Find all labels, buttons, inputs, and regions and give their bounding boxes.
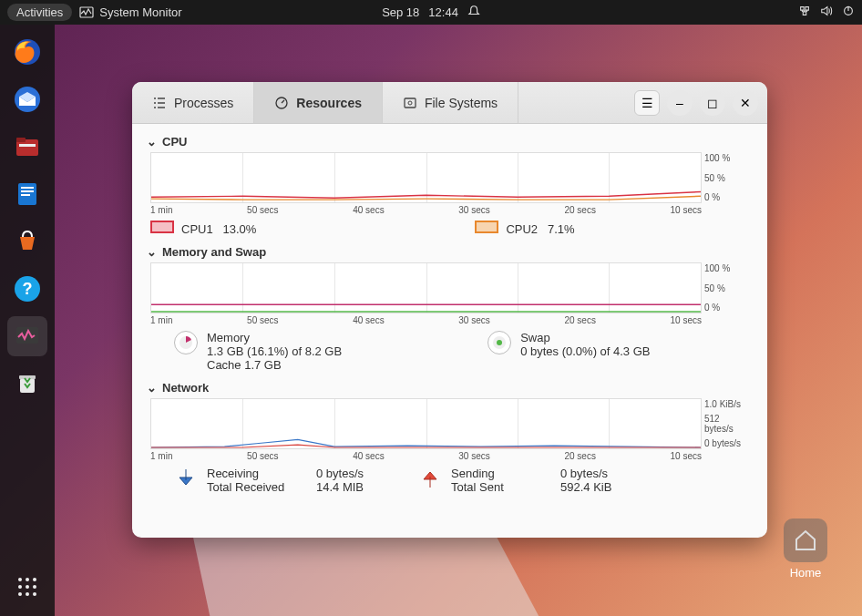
gnome-topbar: Activities System Monitor Sep 18 12:44 xyxy=(0,0,862,25)
network-chart: 1.0 KiB/s512 bytes/s0 bytes/s xyxy=(150,398,702,449)
svg-rect-28 xyxy=(405,98,416,108)
memory-legend[interactable]: Memory 1.3 GB (16.1%) of 8.2 GB Cache 1.… xyxy=(174,331,342,372)
dock-show-apps[interactable] xyxy=(7,567,47,607)
dock-writer[interactable] xyxy=(7,174,47,214)
disk-icon xyxy=(403,96,417,110)
svg-point-29 xyxy=(408,101,412,105)
dock-software[interactable] xyxy=(7,221,47,262)
ylabel: 50 % xyxy=(704,173,748,183)
volume-icon[interactable] xyxy=(820,5,833,20)
network-section-header[interactable]: ⌄ Network xyxy=(147,381,753,395)
receiving-legend[interactable]: Receiving Total Received 0 bytes/s 14.4 … xyxy=(174,467,364,494)
system-monitor-icon xyxy=(79,5,94,20)
gauge-icon xyxy=(274,96,289,110)
memory-label: Memory xyxy=(207,331,342,344)
svg-point-17 xyxy=(18,578,22,581)
svg-line-27 xyxy=(282,100,284,103)
ylabel: 0 bytes/s xyxy=(704,438,748,448)
window-headerbar: Processes Resources File Systems ☰ – ◻ ✕ xyxy=(132,82,767,124)
svg-point-34 xyxy=(497,340,502,345)
svg-point-19 xyxy=(33,578,36,581)
chevron-down-icon: ⌄ xyxy=(147,135,157,149)
svg-rect-10 xyxy=(21,190,34,192)
topbar-date[interactable]: Sep 18 xyxy=(382,5,419,19)
tab-resources[interactable]: Resources xyxy=(254,82,383,123)
chevron-down-icon: ⌄ xyxy=(147,381,157,395)
memory-xlabels: 1 min50 secs40 secs30 secs20 secs10 secs xyxy=(150,315,702,325)
notification-icon[interactable] xyxy=(467,5,480,20)
cpu1-legend[interactable]: CPU1 13.0% xyxy=(150,221,256,236)
swap-label: Swap xyxy=(520,331,650,344)
dock-thunderbird[interactable] xyxy=(7,79,47,119)
svg-point-21 xyxy=(26,585,29,589)
dock-trash[interactable] xyxy=(7,364,47,404)
svg-point-18 xyxy=(26,578,29,581)
tab-filesystems[interactable]: File Systems xyxy=(383,82,518,123)
tab-processes[interactable]: Processes xyxy=(132,82,254,123)
dock-system-monitor[interactable] xyxy=(7,316,47,356)
list-icon xyxy=(152,96,167,110)
send-label: Sending xyxy=(451,467,551,480)
swap-legend[interactable]: Swap 0 bytes (0.0%) of 4.3 GB xyxy=(487,331,650,372)
dock-files[interactable] xyxy=(7,127,47,167)
sending-legend[interactable]: Sending Total Sent 0 bytes/s 592.4 KiB xyxy=(418,467,611,494)
minimize-button[interactable]: – xyxy=(667,90,693,116)
recv-total-label: Total Received xyxy=(207,480,307,494)
svg-point-23 xyxy=(18,592,22,596)
network-icon[interactable] xyxy=(798,5,811,20)
chevron-down-icon: ⌄ xyxy=(147,245,157,259)
close-button[interactable]: ✕ xyxy=(733,90,758,116)
cpu-xlabels: 1 min50 secs40 secs30 secs20 secs10 secs xyxy=(150,205,702,215)
hamburger-menu-button[interactable]: ☰ xyxy=(634,90,660,116)
cpu-legend: CPU1 13.0% CPU2 7.1% xyxy=(150,221,753,236)
desktop-home-label: Home xyxy=(784,566,827,580)
power-icon[interactable] xyxy=(842,5,855,20)
topbar-appmenu[interactable]: System Monitor xyxy=(79,5,181,20)
maximize-button[interactable]: ◻ xyxy=(700,90,725,116)
activities-button[interactable]: Activities xyxy=(7,4,72,21)
ylabel: 100 % xyxy=(704,263,748,273)
memory-pie-icon xyxy=(174,331,198,354)
arrow-down-icon xyxy=(174,467,198,490)
cpu-title: CPU xyxy=(162,135,187,149)
tab-filesystems-label: File Systems xyxy=(425,96,498,110)
desktop-home-folder[interactable]: Home xyxy=(784,518,827,580)
memory-title: Memory and Swap xyxy=(162,245,266,259)
memory-section-header[interactable]: ⌄ Memory and Swap xyxy=(147,245,753,259)
ylabel: 512 bytes/s xyxy=(704,414,748,434)
cpu-chart: 100 %50 %0 % xyxy=(150,152,702,203)
swap-pie-icon xyxy=(487,331,511,354)
svg-rect-9 xyxy=(21,187,34,189)
system-monitor-window: Processes Resources File Systems ☰ – ◻ ✕… xyxy=(132,82,767,538)
tab-processes-label: Processes xyxy=(174,96,233,110)
svg-point-24 xyxy=(26,592,29,596)
ylabel: 50 % xyxy=(704,283,748,293)
network-title: Network xyxy=(162,381,209,395)
tab-resources-label: Resources xyxy=(296,96,362,110)
ylabel: 100 % xyxy=(704,153,748,163)
svg-rect-11 xyxy=(21,194,30,196)
send-total: 592.4 KiB xyxy=(560,480,611,494)
svg-rect-16 xyxy=(19,375,36,379)
cpu2-legend[interactable]: CPU2 7.1% xyxy=(475,221,574,236)
svg-rect-7 xyxy=(19,144,36,147)
dock-firefox[interactable] xyxy=(7,32,47,72)
memory-chart: 100 %50 %0 % xyxy=(150,262,702,313)
cpu-section-header[interactable]: ⌄ CPU xyxy=(147,135,753,149)
send-total-label: Total Sent xyxy=(451,480,551,494)
ylabel: 0 % xyxy=(704,192,748,202)
dock-help[interactable]: ? xyxy=(7,269,47,309)
ylabel: 1.0 KiB/s xyxy=(704,399,748,409)
network-xlabels: 1 min50 secs40 secs30 secs20 secs10 secs xyxy=(150,451,702,461)
send-rate: 0 bytes/s xyxy=(560,467,611,480)
swap-usage: 0 bytes (0.0%) of 4.3 GB xyxy=(520,344,650,358)
topbar-time[interactable]: 12:44 xyxy=(428,5,458,19)
svg-text:?: ? xyxy=(23,280,33,298)
svg-point-20 xyxy=(18,585,22,589)
svg-point-22 xyxy=(33,585,36,589)
topbar-appname: System Monitor xyxy=(99,5,181,19)
memory-cache: Cache 1.7 GB xyxy=(207,358,342,372)
resources-body: ⌄ CPU 100 %50 %0 % 1 min50 secs40 secs30… xyxy=(132,124,767,538)
svg-point-25 xyxy=(33,592,36,596)
home-icon xyxy=(784,518,827,562)
